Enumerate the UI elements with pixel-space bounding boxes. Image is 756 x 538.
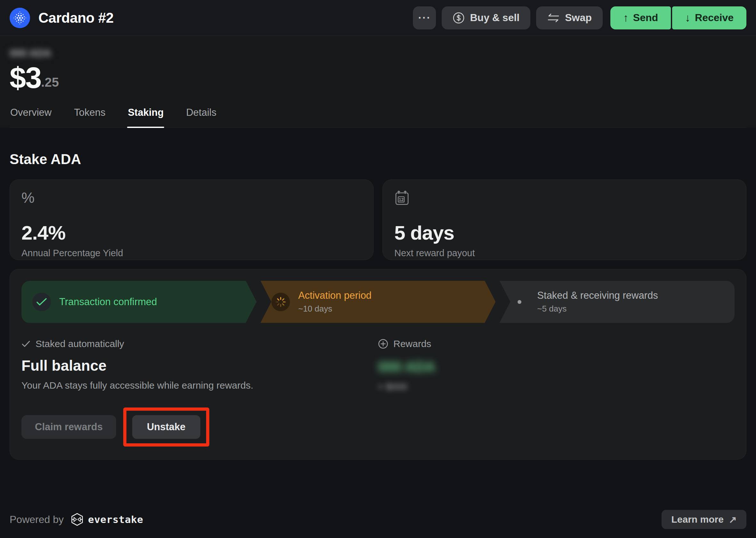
full-balance-section: Staked automatically Full balance Your A… [22, 339, 378, 392]
claim-rewards-button[interactable]: Claim rewards [22, 415, 116, 439]
step-subtitle: ~5 days [537, 304, 658, 314]
svg-text:12: 12 [399, 197, 404, 202]
dot-icon [518, 300, 521, 304]
small-check-icon [22, 340, 30, 348]
buy-sell-label: Buy & sell [470, 12, 519, 24]
step-title: Staked & receiving rewards [537, 290, 658, 301]
tab-tokens[interactable]: Tokens [73, 102, 106, 127]
learn-more-button[interactable]: Learn more ↗ [662, 510, 746, 529]
everstake-wordmark: everstake [88, 514, 143, 525]
masked-rewards-amount: 000 ADA [378, 359, 435, 375]
calendar-icon: 12 [394, 190, 410, 206]
account-header: Cardano #2 ··· Buy & sell Swap [0, 0, 756, 36]
plus-circle-icon [378, 339, 388, 349]
arrow-down-icon: ↓ [685, 12, 690, 24]
page-title: Cardano #2 [38, 10, 114, 26]
send-receive-group: ↑ Send ↓ Receive [611, 6, 746, 29]
staking-progress-stepper: Transaction confirmed Activation [22, 281, 734, 323]
apy-label: Annual Percentage Yield [22, 248, 362, 258]
masked-rewards-fiat: ≈ $000 [378, 381, 407, 392]
annotation-highlight: Unstake [123, 407, 209, 447]
everstake-brand: everstake [71, 513, 143, 526]
spinner-icon [275, 296, 286, 307]
rewards-section: Rewards 000 ADA ≈ $000 [378, 339, 734, 392]
apy-card: % 2.4% Annual Percentage Yield [10, 180, 374, 260]
account-tabs: Overview Tokens Staking Details [10, 102, 746, 128]
staking-content: Stake ADA % 2.4% Annual Percentage Yield… [0, 128, 756, 510]
swap-icon [547, 13, 560, 23]
dollar-circle-icon [453, 12, 465, 24]
fiat-balance-cents: .25 [41, 75, 59, 93]
receive-button[interactable]: ↓ Receive [672, 6, 746, 29]
fiat-balance: $3 .25 [10, 62, 746, 93]
send-label: Send [633, 12, 658, 24]
step-subtitle: ~10 days [298, 304, 372, 314]
more-options-button[interactable]: ··· [413, 6, 436, 29]
arrow-up-icon: ↑ [623, 12, 629, 24]
percent-icon: % [22, 189, 34, 206]
check-icon [36, 298, 47, 306]
unstake-button[interactable]: Unstake [132, 415, 201, 439]
cardano-logo-icon [10, 8, 30, 28]
everstake-icon [71, 513, 84, 526]
rewards-label: Rewards [393, 339, 431, 349]
learn-more-label: Learn more [671, 514, 723, 525]
step-activation-period: Activation period ~10 days [261, 281, 496, 323]
swap-label: Swap [565, 12, 592, 24]
external-link-icon: ↗ [729, 514, 737, 525]
payout-value: 5 days [394, 221, 734, 244]
swap-button[interactable]: Swap [536, 6, 603, 29]
step-title: Activation period [298, 290, 372, 301]
full-balance-description: Your ADA stays fully accessible while ea… [22, 380, 378, 391]
staked-automatically-label: Staked automatically [35, 339, 124, 349]
payout-card: 12 5 days Next reward payout [382, 180, 746, 260]
tab-details[interactable]: Details [185, 102, 217, 127]
masked-crypto-balance: 000 ADA [10, 47, 51, 59]
footer: Powered by everstake Learn more ↗ [0, 510, 756, 538]
receive-label: Receive [695, 12, 733, 24]
full-balance-title: Full balance [22, 357, 378, 374]
buy-sell-button[interactable]: Buy & sell [442, 6, 530, 29]
step-staked-rewards: Staked & receiving rewards ~5 days [499, 281, 734, 323]
apy-value: 2.4% [22, 221, 362, 244]
step-transaction-confirmed: Transaction confirmed [22, 281, 257, 323]
powered-by-label: Powered by [10, 514, 64, 525]
ellipsis-icon: ··· [418, 12, 431, 24]
staking-status-panel: Transaction confirmed Activation [10, 269, 746, 459]
step-title: Transaction confirmed [59, 296, 157, 308]
send-button[interactable]: ↑ Send [611, 6, 671, 29]
fiat-balance-whole: $3 [10, 62, 41, 93]
balance-hero: 000 ADA $3 .25 Overview Tokens Staking D… [0, 36, 756, 128]
payout-label: Next reward payout [394, 248, 734, 258]
stake-ada-heading: Stake ADA [10, 151, 746, 167]
tab-overview[interactable]: Overview [10, 102, 52, 127]
tab-staking[interactable]: Staking [127, 102, 164, 127]
